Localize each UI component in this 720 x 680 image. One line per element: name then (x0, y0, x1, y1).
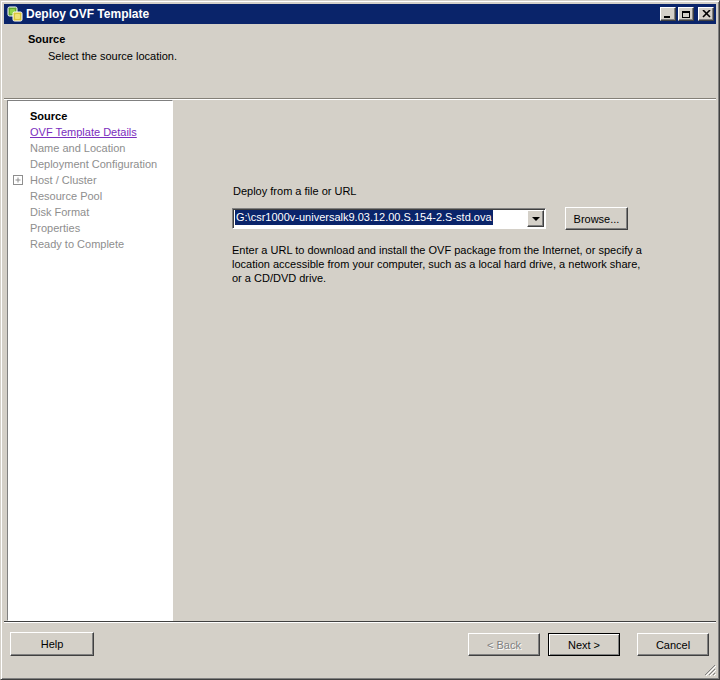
expand-plus-icon[interactable] (13, 175, 23, 185)
maximize-icon (682, 11, 690, 18)
wizard-header: Source Select the source location. (4, 24, 716, 98)
back-button[interactable]: < Back (468, 633, 540, 656)
wizard-content: Deploy from a file or URL G:\csr1000v-un… (173, 100, 716, 621)
next-button[interactable]: Next > (548, 633, 620, 656)
step-ovf-template-details[interactable]: OVF Template Details (8, 124, 172, 140)
browse-button[interactable]: Browse... (565, 207, 628, 230)
wizard-footer: Help < Back Next > Cancel (4, 623, 716, 676)
deploy-ovf-template-dialog: Deploy OVF Template Source Select the so… (0, 0, 720, 680)
chevron-down-icon (532, 217, 540, 221)
step-source: Source (8, 108, 172, 124)
file-url-input[interactable]: G:\csr1000v-universalk9.03.12.00.S.154-2… (233, 209, 526, 228)
deploy-source-label: Deploy from a file or URL (233, 185, 357, 197)
source-description: Enter a URL to download and install the … (232, 243, 652, 285)
minimize-button[interactable] (660, 7, 676, 21)
page-subtitle: Select the source location. (48, 50, 716, 62)
combobox-dropdown-button[interactable] (527, 210, 544, 227)
page-title: Source (28, 33, 716, 45)
close-button[interactable] (698, 7, 714, 21)
wizard-steps-sidebar: Source OVF Template Details Name and Loc… (7, 100, 173, 621)
step-name-and-location: Name and Location (8, 140, 172, 156)
vsphere-app-icon (7, 6, 23, 22)
window-title: Deploy OVF Template (26, 7, 658, 21)
maximize-button[interactable] (678, 7, 694, 21)
file-url-selected-text: G:\csr1000v-universalk9.03.12.00.S.154-2… (235, 210, 493, 225)
step-properties: Properties (8, 220, 172, 236)
step-ready-to-complete: Ready to Complete (8, 236, 172, 252)
step-resource-pool: Resource Pool (8, 188, 172, 204)
minimize-icon (664, 16, 670, 18)
help-button[interactable]: Help (10, 632, 94, 656)
step-disk-format: Disk Format (8, 204, 172, 220)
step-ovf-template-details-link[interactable]: OVF Template Details (30, 126, 137, 138)
file-url-combobox[interactable]: G:\csr1000v-universalk9.03.12.00.S.154-2… (232, 208, 546, 229)
cancel-button[interactable]: Cancel (637, 633, 709, 656)
titlebar[interactable]: Deploy OVF Template (4, 4, 716, 24)
step-host-cluster: Host / Cluster (8, 172, 172, 188)
step-deployment-configuration: Deployment Configuration (8, 156, 172, 172)
step-host-cluster-label: Host / Cluster (30, 174, 97, 186)
close-icon (702, 10, 711, 18)
resize-grip[interactable] (703, 663, 716, 676)
